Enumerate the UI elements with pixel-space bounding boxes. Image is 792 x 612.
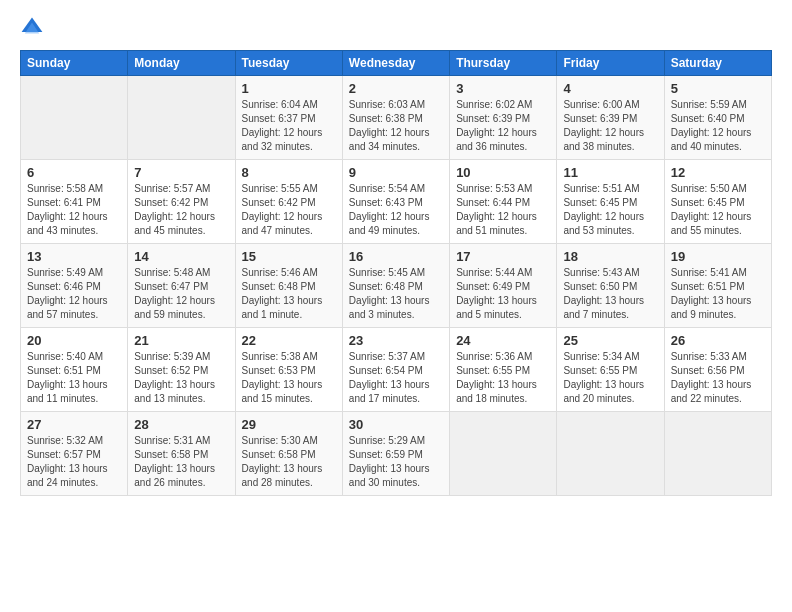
- day-number: 25: [563, 333, 657, 348]
- day-info: Sunrise: 5:37 AM Sunset: 6:54 PM Dayligh…: [349, 350, 443, 406]
- calendar-cell: [664, 412, 771, 496]
- day-number: 29: [242, 417, 336, 432]
- calendar-cell: 22Sunrise: 5:38 AM Sunset: 6:53 PM Dayli…: [235, 328, 342, 412]
- calendar-header-row: SundayMondayTuesdayWednesdayThursdayFrid…: [21, 51, 772, 76]
- day-info: Sunrise: 6:04 AM Sunset: 6:37 PM Dayligh…: [242, 98, 336, 154]
- calendar-cell: 16Sunrise: 5:45 AM Sunset: 6:48 PM Dayli…: [342, 244, 449, 328]
- day-number: 23: [349, 333, 443, 348]
- day-number: 22: [242, 333, 336, 348]
- calendar-header-cell: Friday: [557, 51, 664, 76]
- day-number: 16: [349, 249, 443, 264]
- day-number: 24: [456, 333, 550, 348]
- day-number: 13: [27, 249, 121, 264]
- calendar-cell: 17Sunrise: 5:44 AM Sunset: 6:49 PM Dayli…: [450, 244, 557, 328]
- day-number: 12: [671, 165, 765, 180]
- day-number: 8: [242, 165, 336, 180]
- calendar-cell: 25Sunrise: 5:34 AM Sunset: 6:55 PM Dayli…: [557, 328, 664, 412]
- calendar-cell: [128, 76, 235, 160]
- day-info: Sunrise: 5:44 AM Sunset: 6:49 PM Dayligh…: [456, 266, 550, 322]
- day-number: 17: [456, 249, 550, 264]
- day-number: 18: [563, 249, 657, 264]
- calendar-cell: 1Sunrise: 6:04 AM Sunset: 6:37 PM Daylig…: [235, 76, 342, 160]
- day-number: 30: [349, 417, 443, 432]
- calendar-cell: 20Sunrise: 5:40 AM Sunset: 6:51 PM Dayli…: [21, 328, 128, 412]
- calendar-cell: 3Sunrise: 6:02 AM Sunset: 6:39 PM Daylig…: [450, 76, 557, 160]
- day-info: Sunrise: 5:48 AM Sunset: 6:47 PM Dayligh…: [134, 266, 228, 322]
- day-number: 1: [242, 81, 336, 96]
- day-info: Sunrise: 5:49 AM Sunset: 6:46 PM Dayligh…: [27, 266, 121, 322]
- day-number: 26: [671, 333, 765, 348]
- day-number: 20: [27, 333, 121, 348]
- day-number: 6: [27, 165, 121, 180]
- day-info: Sunrise: 5:54 AM Sunset: 6:43 PM Dayligh…: [349, 182, 443, 238]
- calendar-cell: 14Sunrise: 5:48 AM Sunset: 6:47 PM Dayli…: [128, 244, 235, 328]
- calendar-body: 1Sunrise: 6:04 AM Sunset: 6:37 PM Daylig…: [21, 76, 772, 496]
- calendar-week-row: 1Sunrise: 6:04 AM Sunset: 6:37 PM Daylig…: [21, 76, 772, 160]
- day-info: Sunrise: 5:32 AM Sunset: 6:57 PM Dayligh…: [27, 434, 121, 490]
- calendar-header: SundayMondayTuesdayWednesdayThursdayFrid…: [21, 51, 772, 76]
- calendar-cell: 9Sunrise: 5:54 AM Sunset: 6:43 PM Daylig…: [342, 160, 449, 244]
- calendar-cell: [450, 412, 557, 496]
- day-info: Sunrise: 5:29 AM Sunset: 6:59 PM Dayligh…: [349, 434, 443, 490]
- calendar-cell: 5Sunrise: 5:59 AM Sunset: 6:40 PM Daylig…: [664, 76, 771, 160]
- calendar-cell: 4Sunrise: 6:00 AM Sunset: 6:39 PM Daylig…: [557, 76, 664, 160]
- day-info: Sunrise: 5:33 AM Sunset: 6:56 PM Dayligh…: [671, 350, 765, 406]
- calendar-week-row: 6Sunrise: 5:58 AM Sunset: 6:41 PM Daylig…: [21, 160, 772, 244]
- day-info: Sunrise: 6:00 AM Sunset: 6:39 PM Dayligh…: [563, 98, 657, 154]
- day-info: Sunrise: 5:57 AM Sunset: 6:42 PM Dayligh…: [134, 182, 228, 238]
- day-info: Sunrise: 5:40 AM Sunset: 6:51 PM Dayligh…: [27, 350, 121, 406]
- day-info: Sunrise: 5:43 AM Sunset: 6:50 PM Dayligh…: [563, 266, 657, 322]
- calendar-cell: 7Sunrise: 5:57 AM Sunset: 6:42 PM Daylig…: [128, 160, 235, 244]
- day-info: Sunrise: 6:02 AM Sunset: 6:39 PM Dayligh…: [456, 98, 550, 154]
- header: [20, 16, 772, 40]
- calendar-header-cell: Wednesday: [342, 51, 449, 76]
- calendar-cell: 2Sunrise: 6:03 AM Sunset: 6:38 PM Daylig…: [342, 76, 449, 160]
- day-info: Sunrise: 6:03 AM Sunset: 6:38 PM Dayligh…: [349, 98, 443, 154]
- day-info: Sunrise: 5:34 AM Sunset: 6:55 PM Dayligh…: [563, 350, 657, 406]
- day-number: 21: [134, 333, 228, 348]
- logo: [20, 16, 48, 40]
- calendar-cell: 6Sunrise: 5:58 AM Sunset: 6:41 PM Daylig…: [21, 160, 128, 244]
- day-info: Sunrise: 5:41 AM Sunset: 6:51 PM Dayligh…: [671, 266, 765, 322]
- calendar: SundayMondayTuesdayWednesdayThursdayFrid…: [20, 50, 772, 496]
- calendar-cell: [557, 412, 664, 496]
- day-number: 11: [563, 165, 657, 180]
- calendar-cell: 30Sunrise: 5:29 AM Sunset: 6:59 PM Dayli…: [342, 412, 449, 496]
- calendar-cell: 8Sunrise: 5:55 AM Sunset: 6:42 PM Daylig…: [235, 160, 342, 244]
- day-number: 5: [671, 81, 765, 96]
- day-info: Sunrise: 5:55 AM Sunset: 6:42 PM Dayligh…: [242, 182, 336, 238]
- calendar-cell: 23Sunrise: 5:37 AM Sunset: 6:54 PM Dayli…: [342, 328, 449, 412]
- calendar-cell: 19Sunrise: 5:41 AM Sunset: 6:51 PM Dayli…: [664, 244, 771, 328]
- day-number: 7: [134, 165, 228, 180]
- calendar-header-cell: Thursday: [450, 51, 557, 76]
- calendar-cell: 27Sunrise: 5:32 AM Sunset: 6:57 PM Dayli…: [21, 412, 128, 496]
- calendar-cell: 10Sunrise: 5:53 AM Sunset: 6:44 PM Dayli…: [450, 160, 557, 244]
- page: SundayMondayTuesdayWednesdayThursdayFrid…: [0, 0, 792, 612]
- calendar-week-row: 13Sunrise: 5:49 AM Sunset: 6:46 PM Dayli…: [21, 244, 772, 328]
- day-info: Sunrise: 5:46 AM Sunset: 6:48 PM Dayligh…: [242, 266, 336, 322]
- day-number: 3: [456, 81, 550, 96]
- day-info: Sunrise: 5:45 AM Sunset: 6:48 PM Dayligh…: [349, 266, 443, 322]
- calendar-cell: 11Sunrise: 5:51 AM Sunset: 6:45 PM Dayli…: [557, 160, 664, 244]
- calendar-cell: 28Sunrise: 5:31 AM Sunset: 6:58 PM Dayli…: [128, 412, 235, 496]
- calendar-cell: 18Sunrise: 5:43 AM Sunset: 6:50 PM Dayli…: [557, 244, 664, 328]
- day-number: 10: [456, 165, 550, 180]
- day-number: 15: [242, 249, 336, 264]
- day-info: Sunrise: 5:31 AM Sunset: 6:58 PM Dayligh…: [134, 434, 228, 490]
- calendar-cell: 26Sunrise: 5:33 AM Sunset: 6:56 PM Dayli…: [664, 328, 771, 412]
- calendar-week-row: 20Sunrise: 5:40 AM Sunset: 6:51 PM Dayli…: [21, 328, 772, 412]
- day-number: 2: [349, 81, 443, 96]
- day-info: Sunrise: 5:53 AM Sunset: 6:44 PM Dayligh…: [456, 182, 550, 238]
- calendar-cell: 15Sunrise: 5:46 AM Sunset: 6:48 PM Dayli…: [235, 244, 342, 328]
- day-info: Sunrise: 5:30 AM Sunset: 6:58 PM Dayligh…: [242, 434, 336, 490]
- day-info: Sunrise: 5:59 AM Sunset: 6:40 PM Dayligh…: [671, 98, 765, 154]
- day-info: Sunrise: 5:58 AM Sunset: 6:41 PM Dayligh…: [27, 182, 121, 238]
- day-info: Sunrise: 5:51 AM Sunset: 6:45 PM Dayligh…: [563, 182, 657, 238]
- calendar-header-cell: Saturday: [664, 51, 771, 76]
- calendar-week-row: 27Sunrise: 5:32 AM Sunset: 6:57 PM Dayli…: [21, 412, 772, 496]
- calendar-cell: 24Sunrise: 5:36 AM Sunset: 6:55 PM Dayli…: [450, 328, 557, 412]
- day-info: Sunrise: 5:36 AM Sunset: 6:55 PM Dayligh…: [456, 350, 550, 406]
- calendar-cell: 12Sunrise: 5:50 AM Sunset: 6:45 PM Dayli…: [664, 160, 771, 244]
- calendar-cell: 29Sunrise: 5:30 AM Sunset: 6:58 PM Dayli…: [235, 412, 342, 496]
- day-number: 19: [671, 249, 765, 264]
